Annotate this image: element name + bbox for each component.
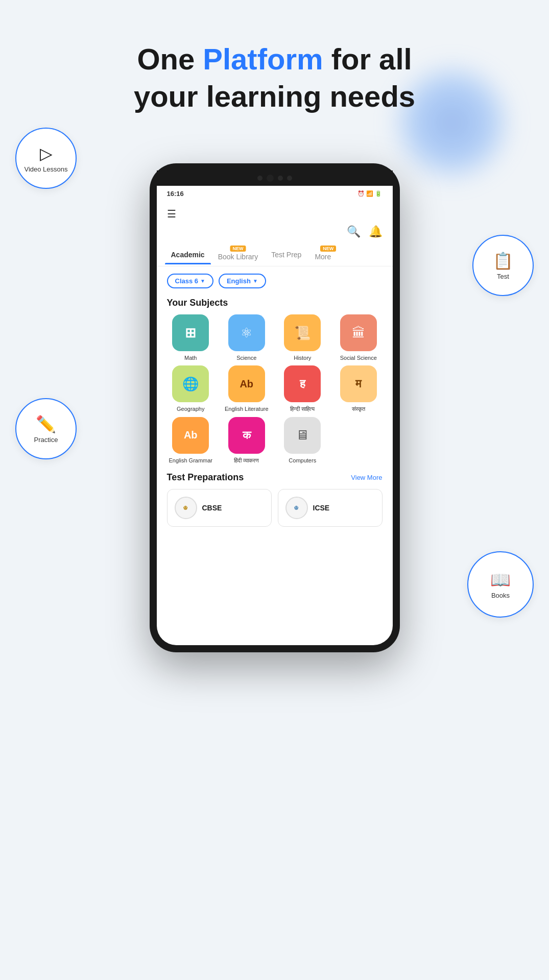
sanskrit-label: संस्कृत (352, 405, 365, 412)
math-icon-box: ⊞ (172, 314, 209, 351)
subject-science[interactable]: ⚛ Science (221, 314, 273, 361)
hindi-vyakaran-icon-box: क (228, 417, 265, 454)
english-grammar-label: English Grammar (169, 457, 212, 464)
subject-social-science[interactable]: 🏛 Social Science (332, 314, 385, 361)
english-grammar-icon: Ab (184, 429, 198, 441)
science-icon: ⚛ (241, 325, 252, 341)
social-science-icon-box: 🏛 (340, 314, 377, 351)
sanskrit-icon: म (355, 377, 361, 390)
subject-empty (332, 417, 385, 464)
cbse-logo: 🏵 (175, 497, 197, 519)
icse-card[interactable]: 🏵 ICSE (278, 489, 383, 527)
history-icon: 📜 (294, 325, 311, 341)
hindi-vyakaran-icon: क (243, 429, 251, 442)
hindi-sahitya-icon-box: ह (284, 365, 321, 402)
test-prep-title: Test Preparations (167, 472, 244, 483)
icse-logo-emblem: 🏵 (294, 505, 299, 510)
hero-title-line2: your learning needs (134, 80, 415, 113)
history-icon-box: 📜 (284, 314, 321, 351)
computers-label: Computers (289, 457, 316, 464)
video-lessons-circle[interactable]: ▷ Video Lessons (15, 128, 77, 189)
filter-row: Class 6 ▼ English ▼ (157, 266, 393, 296)
books-label: Books (491, 592, 510, 599)
subject-sanskrit[interactable]: म संस्कृत (332, 365, 385, 412)
english-grammar-icon-box: Ab (172, 417, 209, 454)
hindi-vyakaran-label: हिंदी व्याकरण (234, 457, 259, 464)
more-badge: NEW (320, 246, 336, 252)
english-lit-icon: Ab (240, 378, 253, 390)
practice-label: Practice (34, 436, 58, 444)
hero-title: One Platform for all your learning needs (0, 41, 549, 115)
page-root: One Platform for all your learning needs… (0, 0, 549, 980)
cbse-card[interactable]: 🏵 CBSE (167, 489, 272, 527)
subject-english-lit[interactable]: Ab English Literature (221, 365, 273, 412)
phone-frame: 16:16 ⏰ 📶 🔋 ☰ 🔍 🔔 Academic (150, 163, 400, 652)
hero-title-suffix: for all (323, 42, 412, 76)
hamburger-icon[interactable]: ☰ (167, 208, 383, 220)
view-more-link[interactable]: View More (351, 474, 382, 481)
book-library-badge: NEW (230, 246, 246, 252)
cbse-label: CBSE (202, 504, 222, 512)
phone-mockup: 16:16 ⏰ 📶 🔋 ☰ 🔍 🔔 Academic (150, 163, 400, 652)
tab-academic[interactable]: Academic (165, 246, 211, 264)
camera-dot-2 (278, 176, 283, 181)
history-label: History (294, 354, 311, 361)
geography-icon-box: 🌐 (172, 365, 209, 402)
tab-test-prep[interactable]: Test Prep (265, 246, 307, 264)
books-icon: 📖 (490, 570, 511, 590)
social-science-label: Social Science (340, 354, 377, 361)
camera-dot-3 (287, 176, 292, 181)
subject-english-grammar[interactable]: Ab English Grammar (165, 417, 217, 464)
tab-book-library[interactable]: NEW Book Library (212, 243, 265, 266)
science-label: Science (236, 354, 256, 361)
english-lit-icon-box: Ab (228, 365, 265, 402)
geography-label: Geography (177, 405, 204, 412)
test-label: Test (497, 273, 509, 280)
subject-hindi-sahitya[interactable]: ह हिन्दी साहित्य (277, 365, 329, 412)
subject-geography[interactable]: 🌐 Geography (165, 365, 217, 412)
hero-section: One Platform for all your learning needs (0, 0, 549, 135)
hero-title-prefix: One (137, 42, 203, 76)
cbse-logo-emblem: 🏵 (183, 505, 188, 510)
subject-hindi-vyakaran[interactable]: क हिंदी व्याकरण (221, 417, 273, 464)
hindi-sahitya-label: हिन्दी साहित्य (290, 405, 315, 412)
search-icon[interactable]: 🔍 (347, 225, 361, 238)
app-header: ☰ 🔍 🔔 (157, 201, 393, 243)
language-filter[interactable]: English ▼ (219, 274, 266, 288)
social-science-icon: 🏛 (352, 325, 365, 341)
practice-circle[interactable]: ✏️ Practice (15, 398, 77, 459)
video-lessons-label: Video Lessons (24, 165, 67, 173)
math-label: Math (184, 354, 197, 361)
subject-math[interactable]: ⊞ Math (165, 314, 217, 361)
computers-icon-box: 🖥 (284, 417, 321, 454)
subjects-grid: ⊞ Math ⚛ Science 📜 (157, 314, 393, 464)
phone-screen: 16:16 ⏰ 📶 🔋 ☰ 🔍 🔔 Academic (157, 186, 393, 645)
geography-icon: 🌐 (182, 376, 199, 392)
science-icon-box: ⚛ (228, 314, 265, 351)
test-cards-row: 🏵 CBSE 🏵 ICSE (167, 489, 383, 527)
app-tabs: Academic NEW Book Library Test Prep NEW … (157, 243, 393, 266)
play-icon: ▷ (40, 144, 53, 163)
hindi-sahitya-icon: ह (300, 377, 305, 390)
phone-camera-bar (157, 170, 393, 186)
phone-time: 16:16 (167, 190, 184, 198)
test-prep-header: Test Preparations View More (167, 472, 383, 483)
math-icon: ⊞ (185, 325, 196, 341)
class-filter[interactable]: Class 6 ▼ (167, 274, 213, 288)
class-dropdown-arrow: ▼ (200, 278, 205, 284)
camera-lens (267, 175, 274, 182)
books-circle[interactable]: 📖 Books (467, 551, 534, 618)
tab-more[interactable]: NEW More (308, 243, 337, 266)
camera-dot-1 (257, 176, 262, 181)
lang-dropdown-arrow: ▼ (253, 278, 258, 284)
bell-icon[interactable]: 🔔 (369, 225, 383, 238)
test-prep-section: Test Preparations View More 🏵 CBSE (157, 464, 393, 527)
app-top-icons: 🔍 🔔 (167, 225, 383, 243)
icse-label: ICSE (313, 504, 330, 512)
subject-history[interactable]: 📜 History (277, 314, 329, 361)
status-icons: ⏰ 📶 🔋 (357, 190, 382, 197)
screen-bottom-spacer (157, 527, 393, 542)
hero-title-highlight: Platform (203, 42, 323, 76)
test-circle[interactable]: 📋 Test (472, 235, 534, 296)
subject-computers[interactable]: 🖥 Computers (277, 417, 329, 464)
